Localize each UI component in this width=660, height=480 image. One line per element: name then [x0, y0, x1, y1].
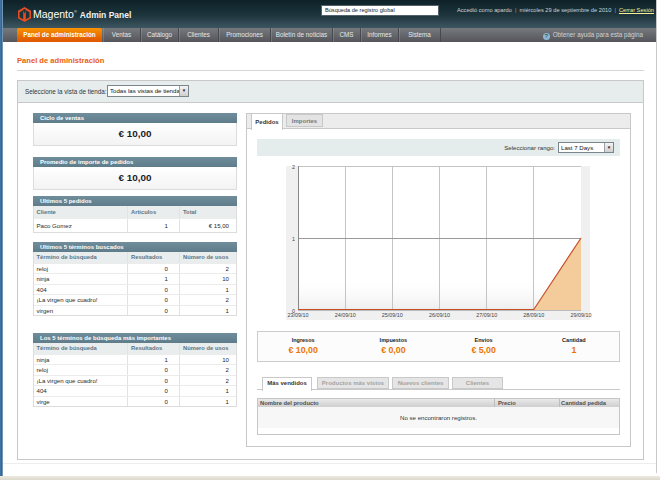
svg-text:25/09/10: 25/09/10 [382, 312, 403, 318]
svg-text:1: 1 [292, 236, 295, 242]
svg-text:23/09/10: 23/09/10 [288, 312, 309, 318]
svg-text:2: 2 [292, 164, 295, 170]
svg-text:24/09/10: 24/09/10 [335, 312, 356, 318]
svg-text:26/09/10: 26/09/10 [429, 312, 450, 318]
svg-text:27/09/10: 27/09/10 [476, 312, 497, 318]
svg-text:29/09/10: 29/09/10 [571, 312, 592, 318]
svg-text:28/09/10: 28/09/10 [523, 312, 544, 318]
